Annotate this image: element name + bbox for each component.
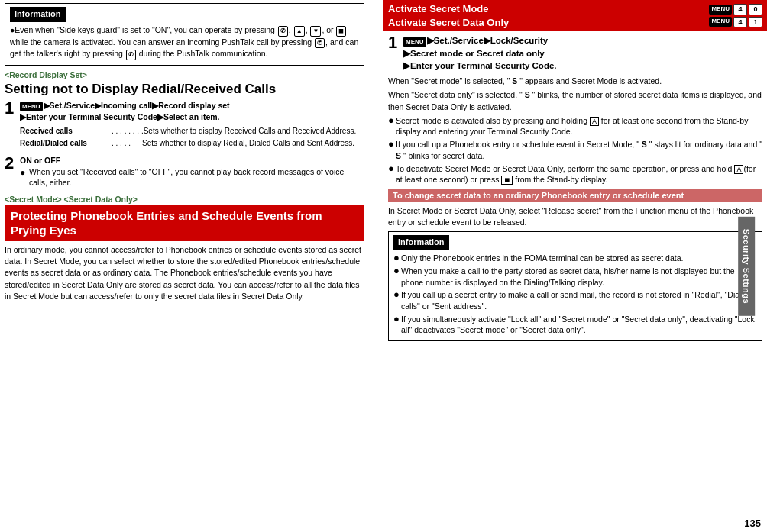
key-icon-3: ▼ <box>310 26 321 37</box>
activate-header-text: Activate Secret Mode Activate Secret Dat… <box>388 2 709 29</box>
right-info-bullet-4: ● If you simultaneously activate "Lock a… <box>393 314 757 336</box>
right-info-label: Information <box>393 235 449 250</box>
step1-text: MENU▶Set./Service▶Incoming call▶Record d… <box>20 100 364 123</box>
right-bullet-1: ● Secret mode is activated also by press… <box>388 115 762 137</box>
info-bullet-text-2: When you make a call to the party stored… <box>401 266 757 288</box>
step2-bullet: ● When you set "Received calls" to "OFF"… <box>20 166 364 189</box>
info-bullet-dot-3: ● <box>393 289 401 299</box>
right-step1-num: 1 <box>388 34 400 51</box>
badge-num-4-2: 4 <box>733 17 747 27</box>
bullet-dot-r1: ● <box>388 115 396 125</box>
table-label-received: Received calls <box>20 126 112 137</box>
left-info-label: Information <box>10 7 66 22</box>
page-number: 135 <box>744 517 761 529</box>
table-row-redial: Redial/Dialed calls . . . . . Sets wheth… <box>20 138 364 150</box>
info-bullet-text-3: If you call up a secret entry to make a … <box>401 289 757 311</box>
activate-header: Activate Secret Mode Activate Secret Dat… <box>384 0 767 31</box>
bullet-dot-r2: ● <box>388 139 396 149</box>
key-icon-1: ✆ <box>278 26 288 37</box>
right-bullet-3: ● To deactivate Secret Mode or Secret Da… <box>388 163 762 185</box>
bullet-dot-step2: ● <box>20 166 28 179</box>
key-end-icon: ⏹ <box>501 176 513 185</box>
badge-menu-1: MENU <box>709 5 732 15</box>
table-desc-received: Sets whether to display Received Calls a… <box>144 126 364 137</box>
table-dots-1: . . . . . . . . <box>112 126 144 137</box>
bullet-dot-r3: ● <box>388 163 396 173</box>
table-dots-2: . . . . . <box>112 138 142 150</box>
left-info-section: Information ●Even when "Side keys guard"… <box>5 3 364 66</box>
badge-num-0: 0 <box>749 4 762 15</box>
step1-table: Received calls . . . . . . . . Sets whet… <box>20 126 364 150</box>
key-icon-6: ✆ <box>126 50 136 60</box>
key-icon-4: ◼ <box>336 26 346 37</box>
change-body: In Secret Mode or Secret Data Only, sele… <box>388 205 762 228</box>
right-info-bullet-1: ● Only the Phonebook entries in the FOMA… <box>393 253 757 264</box>
right-panel: Activate Secret Mode Activate Secret Dat… <box>384 0 767 532</box>
right-info-section: Information ● Only the Phonebook entries… <box>388 231 762 341</box>
right-step1-text: MENU▶Set./Service▶Lock/Security ▶Secret … <box>403 34 762 73</box>
key-a-icon: A <box>590 117 599 126</box>
change-header: To change secret data to an ordinary Pho… <box>388 189 762 202</box>
right-info-bullet-2: ● When you make a call to the party stor… <box>393 266 757 288</box>
bullet-text-r1: Secret mode is activated also by pressin… <box>396 115 762 137</box>
badge-menu-2: MENU <box>709 17 732 27</box>
change-header-text: To change secret data to an ordinary Pho… <box>393 191 684 200</box>
table-label-redial: Redial/Dialed calls <box>20 138 112 150</box>
sidebar-label-text: Security Settings <box>742 228 751 303</box>
right-body-text1: When "Secret mode" is selected, " S " ap… <box>388 76 762 87</box>
step2-content: ON or OFF ● When you set "Received calls… <box>20 155 364 190</box>
activate-title-line1: Activate Secret Mode <box>388 2 709 16</box>
protecting-body: In ordinary mode, you cannot access/refe… <box>5 244 364 302</box>
step1-number: 1 <box>5 100 17 117</box>
record-section-tag: <Record Display Set> <box>5 70 364 79</box>
step2-text: ON or OFF <box>20 155 364 166</box>
right-info-bullets: ● Only the Phonebook entries in the FOMA… <box>393 253 757 336</box>
menu-badge-1: MENU 4 0 <box>709 4 762 15</box>
menu-icon-right: MENU <box>403 37 426 47</box>
right-body-text2: When "Secret data only" is selected, " S… <box>388 89 762 112</box>
step2-block: 2 ON or OFF ● When you set "Received cal… <box>5 155 364 190</box>
badge-num-1: 1 <box>749 17 762 27</box>
right-bullet-2: ● If you call up a Phonebook entry or sc… <box>388 139 762 161</box>
step1-content: MENU▶Set./Service▶Incoming call▶Record d… <box>20 100 364 153</box>
protecting-title: Protecting Phonebook Entries and Schedul… <box>11 209 322 237</box>
menu-icon-step1: MENU <box>20 102 43 111</box>
menu-badge-group: MENU 4 0 MENU 4 1 <box>709 4 762 27</box>
step1-block: 1 MENU▶Set./Service▶Incoming call▶Record… <box>5 100 364 153</box>
step2-number: 2 <box>5 155 17 172</box>
key-a-icon2: A <box>734 165 743 174</box>
activate-title-line2: Activate Secret Data Only <box>388 16 709 30</box>
info-bullet-text-4: If you simultaneously activate "Lock all… <box>401 314 757 336</box>
right-content: 1 MENU▶Set./Service▶Lock/Security ▶Secre… <box>384 31 767 532</box>
badge-num-4-1: 4 <box>733 4 747 15</box>
info-bullet-dot-4: ● <box>393 314 401 324</box>
bullet-text-r3: To deactivate Secret Mode or Secret Data… <box>396 163 762 185</box>
left-panel: Information ●Even when "Side keys guard"… <box>0 0 384 532</box>
key-icon-2: ▲ <box>294 26 305 37</box>
info-bullet-dot-2: ● <box>393 266 401 276</box>
secret-section-tag: <Secret Mode> <Secret Data Only> <box>5 195 364 204</box>
right-info-bullet-3: ● If you call up a secret entry to make … <box>393 289 757 311</box>
info-bullet-text-1: Only the Phonebook entries in the FOMA t… <box>401 253 683 264</box>
record-title: Setting not to Display Redial/Received C… <box>5 81 364 97</box>
info-bullet-dot-1: ● <box>393 253 401 263</box>
menu-badge-2: MENU 4 1 <box>709 17 762 27</box>
step2-bullet-text: When you set "Received calls" to "OFF", … <box>29 166 364 189</box>
bullet-text-r2: If you call up a Phonebook entry or sche… <box>396 139 762 161</box>
key-icon-5: ✆ <box>315 38 325 49</box>
right-step1-block: 1 MENU▶Set./Service▶Lock/Security ▶Secre… <box>388 34 762 73</box>
table-desc-redial: Sets whether to display Redial, Dialed C… <box>142 138 364 150</box>
left-info-text: ●Even when "Side keys guard" is set to "… <box>10 24 359 60</box>
protecting-header: Protecting Phonebook Entries and Schedul… <box>5 205 364 241</box>
table-row-received: Received calls . . . . . . . . Sets whet… <box>20 126 364 137</box>
sidebar-label: Security Settings <box>738 216 755 315</box>
